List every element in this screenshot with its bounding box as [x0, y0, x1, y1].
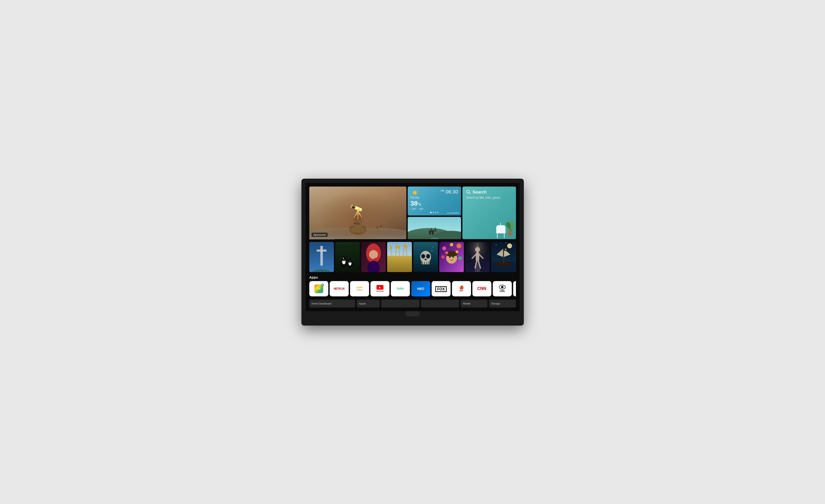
svg-rect-8: [357, 222, 360, 224]
search-decoration: [495, 214, 516, 239]
svg-rect-10: [349, 225, 355, 229]
nav-home-dashboard[interactable]: Home Dashboard: [309, 300, 355, 307]
svg-point-13: [380, 225, 382, 227]
svg-rect-28: [496, 226, 506, 233]
svg-point-52: [374, 258, 378, 261]
svg-point-70: [425, 259, 427, 260]
app-cnn[interactable]: CNN: [472, 281, 492, 296]
nav-b4[interactable]: [421, 300, 459, 307]
svg-rect-9: [355, 223, 357, 224]
weather-time: PM 06:30: [441, 189, 458, 195]
cnn-logo: CNN: [477, 286, 486, 291]
rec-item-1[interactable]: [309, 242, 334, 272]
app-fox[interactable]: FOX: [432, 281, 451, 296]
search-subtitle: Search by title, actor, genre.: [466, 196, 512, 199]
svg-rect-35: [316, 249, 326, 251]
svg-rect-34: [320, 246, 323, 266]
svg-rect-0: [309, 187, 406, 239]
svg-rect-7: [353, 222, 356, 224]
weather-period: PM: [441, 189, 444, 192]
app-hbo[interactable]: HBO: [411, 281, 430, 296]
svg-rect-11: [361, 225, 367, 229]
app-prime[interactable]: primevideo: [350, 281, 369, 296]
svg-point-88: [445, 251, 448, 254]
rec-item-2[interactable]: [335, 242, 360, 272]
weather-attribution: AccuWeather: [447, 212, 459, 214]
appletv-logo: 🍎 TV+: [459, 285, 464, 292]
landscape-card[interactable]: [408, 217, 461, 239]
tv-stand: [406, 311, 420, 316]
apps-grid: CH 📡 NETFLIX primevideo: [309, 281, 516, 296]
nav-mobile[interactable]: Mobile: [461, 300, 487, 307]
weather-card[interactable]: ☀️ Fair Day PM 06:30 38°c: [408, 187, 461, 216]
bottom-nav: Home Dashboard Inputs Mobile Storage: [309, 300, 516, 307]
svg-point-103: [506, 242, 506, 243]
rec-item-5[interactable]: [413, 242, 438, 272]
weather-temperature: 38°c: [410, 200, 458, 207]
recommended-grid: [309, 242, 516, 272]
youtube-icon: [376, 285, 383, 290]
rec-item-7[interactable]: [465, 242, 490, 272]
fox-logo: FOX: [435, 286, 447, 291]
svg-point-93: [475, 247, 480, 252]
prime-logo: primevideo: [357, 286, 362, 291]
svg-rect-31: [504, 233, 505, 238]
weather-dot-3: [435, 212, 436, 213]
rec-item-8[interactable]: [491, 242, 516, 272]
svg-point-100: [507, 243, 512, 248]
svg-rect-54: [387, 256, 412, 272]
svg-rect-105: [503, 248, 504, 263]
hero-sponsored[interactable]: Sponsored: [309, 187, 406, 239]
app-appletv[interactable]: 🍎 TV+: [452, 281, 471, 296]
svg-point-85: [449, 256, 450, 258]
rec-item-4[interactable]: [387, 242, 412, 272]
svg-point-102: [501, 243, 501, 243]
app-hulu[interactable]: hulu: [391, 281, 410, 296]
hbo-logo: HBO: [411, 281, 430, 296]
weather-dot-2: [433, 212, 434, 213]
hero-image: [309, 187, 406, 239]
search-card[interactable]: Search Search by title, actor, genre.: [462, 187, 516, 239]
search-icon: [466, 190, 471, 195]
nav-storage[interactable]: Storage: [489, 300, 516, 307]
svg-rect-24: [508, 230, 513, 236]
youtube-label: YouTube: [376, 290, 384, 292]
nav-b3[interactable]: [381, 300, 420, 307]
svg-rect-94: [476, 252, 479, 261]
weather-icon: ☀️: [412, 190, 418, 196]
svg-point-101: [496, 244, 497, 245]
rec-item-6[interactable]: [439, 242, 464, 272]
svg-rect-32: [500, 223, 501, 227]
svg-rect-1: [309, 187, 406, 239]
svg-point-89: [455, 250, 458, 253]
youtube-logo: YouTube: [376, 285, 384, 292]
app-netflix[interactable]: NETFLIX: [330, 281, 349, 296]
recommended-section: Recommended: [309, 236, 516, 272]
rec-item-3[interactable]: [361, 242, 386, 272]
svg-rect-4: [351, 225, 365, 232]
weather-condition: ☀️ Fair Day: [410, 190, 419, 199]
nav-inputs[interactable]: Inputs: [357, 300, 379, 307]
search-title: Search: [473, 190, 486, 195]
app-youtube[interactable]: YouTube: [370, 281, 389, 296]
svg-point-69: [426, 254, 430, 259]
svg-point-22: [467, 190, 469, 193]
weather-dot-1: [430, 212, 432, 213]
weather-dot-4: [437, 212, 439, 213]
svg-point-80: [450, 243, 453, 246]
apps-title: Apps: [309, 275, 516, 279]
svg-point-42: [343, 258, 344, 259]
svg-rect-67: [422, 261, 430, 264]
app-cbs[interactable]: CBS: [493, 281, 512, 296]
svg-point-86: [452, 256, 454, 258]
weather-range: ↓ 24° ↑ 53°: [410, 208, 458, 210]
hero-section: Sponsored ☀️ Fair Day PM 06:30: [309, 187, 516, 233]
svg-point-78: [442, 246, 446, 250]
weather-clock: 06:30: [446, 189, 458, 195]
svg-point-83: [458, 256, 462, 260]
cbs-logo: CBS: [499, 285, 506, 292]
sponsored-label: Sponsored: [312, 233, 327, 237]
app-nbc[interactable]: 🦚 NBC NEWS: [513, 281, 516, 296]
hulu-logo: hulu: [397, 287, 404, 291]
app-ch[interactable]: CH 📡: [309, 281, 328, 296]
